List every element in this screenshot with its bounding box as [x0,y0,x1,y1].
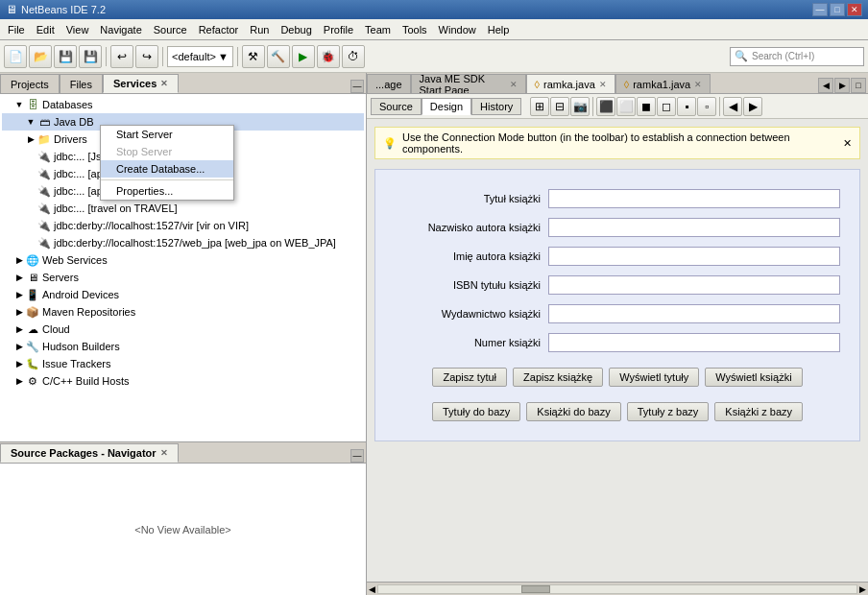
tab-sdk-close[interactable]: ✕ [510,80,518,89]
debug-button[interactable]: 🐞 [317,45,340,68]
menu-debug[interactable]: Debug [275,22,317,37]
menu-profile[interactable]: Profile [318,22,359,37]
menu-team[interactable]: Team [359,22,397,37]
save-all-button[interactable]: 💾 [79,45,102,68]
tab-ramka[interactable]: ◊ ramka.java ✕ [526,74,615,93]
input-tytul[interactable] [548,189,840,208]
maximize-editor[interactable]: □ [851,78,866,93]
scroll-tabs-left[interactable]: ◀ [818,78,833,93]
design-btn-6[interactable]: ◼ [637,97,656,116]
menu-window[interactable]: Window [433,22,482,37]
design-btn-3[interactable]: 📷 [570,97,590,116]
clean-button[interactable]: 🔨 [267,45,290,68]
design-btn-7[interactable]: ◻ [657,97,676,116]
expand-maven[interactable]: ▶ [13,306,25,318]
design-btn-2[interactable]: ⊟ [550,97,569,116]
expand-cpp[interactable]: ▶ [13,375,25,387]
design-btn-8[interactable]: ▪ [677,97,696,116]
minimize-bottom-button[interactable]: — [350,449,364,463]
tree-node-maven[interactable]: ▶ 📦 Maven Repositories [2,303,364,321]
design-btn-1[interactable]: ⊞ [530,97,549,116]
tab-ramka-close[interactable]: ✕ [599,80,607,89]
btn-ksiazki-do-bazy[interactable]: Książki do bazy [526,402,620,421]
close-button[interactable]: ✕ [847,3,862,16]
search-box[interactable]: 🔍 Search (Ctrl+I) [730,47,864,66]
scroll-track[interactable] [377,584,857,594]
profile-button[interactable]: ⏱ [342,45,365,68]
tab-ramka1[interactable]: ◊ ramka1.java ✕ [615,74,711,93]
ctx-properties[interactable]: Properties... [101,182,233,200]
tree-node-jdbc5[interactable]: 🔌 jdbc:derby://localhost:1527/vir [vir o… [2,217,364,234]
config-dropdown[interactable]: <default> ▼ [167,46,233,67]
tree-node-servers[interactable]: ▶ 🖥 Servers [2,269,364,286]
ctx-create-database[interactable]: Create Database... [101,160,233,178]
tab-sdk-start[interactable]: Java ME SDK Start Page ✕ [411,74,526,93]
menu-view[interactable]: View [60,22,95,37]
tab-source[interactable]: Source [371,98,422,115]
redo-button[interactable]: ↪ [135,45,158,68]
tree-node-cloud[interactable]: ▶ ☁ Cloud [2,321,364,338]
menu-navigate[interactable]: Navigate [94,22,147,37]
minimize-button[interactable]: — [812,3,828,16]
tab-navigator-close[interactable]: ✕ [160,448,168,458]
build-button[interactable]: ⚒ [242,45,265,68]
maximize-button[interactable]: □ [830,3,845,16]
expand-issue[interactable]: ▶ [13,358,25,369]
btn-wyswietl-ksiazki[interactable]: Wyświetl książki [705,368,802,387]
input-numer[interactable] [548,333,840,352]
tree-node-jdbc6[interactable]: 🔌 jdbc:derby://localhost:1527/web_jpa [w… [2,234,364,251]
scroll-left-btn[interactable]: ◀ [369,584,375,594]
design-nav-fwd[interactable]: ▶ [743,97,762,116]
expand-servers[interactable]: ▶ [13,272,25,283]
design-btn-4[interactable]: ⬛ [596,97,615,116]
input-wydawnictwo[interactable] [548,304,840,323]
ctx-stop-server[interactable]: Stop Server [101,143,233,160]
tree-node-databases[interactable]: ▼ 🗄 Databases [2,96,364,113]
tab-ramka1-close[interactable]: ✕ [694,80,702,89]
ctx-start-server[interactable]: Start Server [101,126,233,143]
expand-jdbc1[interactable] [25,151,36,162]
btn-tytuly-do-bazy[interactable]: Tytuły do bazy [432,402,520,421]
tree-node-webservices[interactable]: ▶ 🌐 Web Services [2,251,364,269]
undo-button[interactable]: ↩ [110,45,133,68]
tab-navigator[interactable]: Source Packages - Navigator ✕ [0,443,179,463]
run-button[interactable]: ▶ [292,45,315,68]
expand-webservices[interactable]: ▶ [13,254,25,266]
btn-zapisz-ksiazke[interactable]: Zapisz książkę [513,368,603,387]
tree-node-cpp[interactable]: ▶ ⚙ C/C++ Build Hosts [2,372,364,390]
scroll-tabs-right[interactable]: ▶ [834,78,850,93]
expand-jdbc4[interactable] [25,202,36,214]
tab-files[interactable]: Files [60,74,103,93]
expand-jdbc2[interactable] [25,168,36,179]
btn-ksiazki-z-bazy[interactable]: Książki z bazy [714,402,803,421]
expand-drivers[interactable]: ▶ [25,133,36,145]
scroll-thumb[interactable] [521,585,550,593]
menu-help[interactable]: Help [482,22,516,37]
design-btn-5[interactable]: ⬜ [616,97,636,116]
tree-node-jdbc4[interactable]: 🔌 jdbc:... [travel on TRAVEL] [2,200,364,217]
design-nav-back[interactable]: ◀ [723,97,742,116]
menu-file[interactable]: File [2,22,31,37]
tab-services[interactable]: Services ✕ [103,74,179,93]
info-close-button[interactable]: ✕ [843,137,852,150]
btn-zapisz-tytul[interactable]: Zapisz tytuł [432,368,507,387]
open-button[interactable]: 📂 [29,45,52,68]
tree-node-issue[interactable]: ▶ 🐛 Issue Trackers [2,355,364,372]
input-isbn[interactable] [548,275,840,295]
menu-source[interactable]: Source [148,22,193,37]
menu-tools[interactable]: Tools [397,22,433,37]
tab-history[interactable]: History [471,98,521,115]
design-btn-9[interactable]: ▫ [697,97,716,116]
btn-wyswietl-tytuly[interactable]: Wyświetl tytuły [609,368,699,387]
input-imie[interactable] [548,247,840,266]
input-nazwisko[interactable] [548,218,840,237]
minimize-panel-button[interactable]: — [350,80,364,93]
horizontal-scrollbar[interactable]: ◀ ▶ [367,582,868,595]
menu-refactor[interactable]: Refactor [193,22,245,37]
tab-services-close[interactable]: ✕ [160,79,168,88]
expand-cloud[interactable]: ▶ [13,323,25,335]
menu-run[interactable]: Run [244,22,275,37]
tab-projects[interactable]: Projects [0,74,60,93]
tab-design[interactable]: Design [422,98,471,115]
scroll-right-btn[interactable]: ▶ [859,584,866,594]
